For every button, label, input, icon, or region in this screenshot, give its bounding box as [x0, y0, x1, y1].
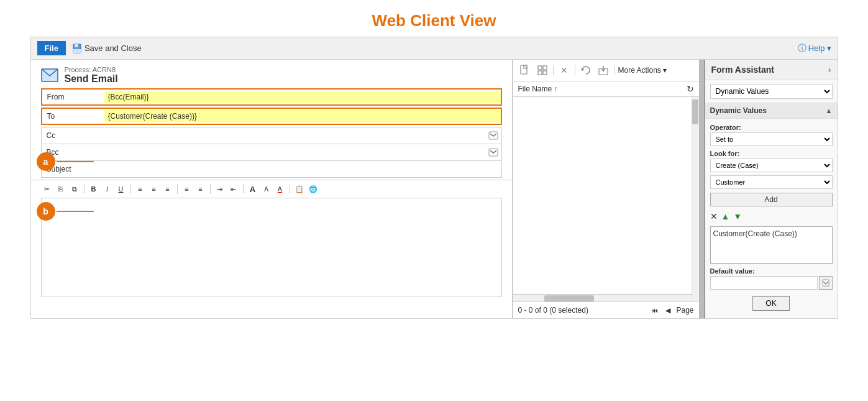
svg-rect-2: [73, 49, 81, 53]
form-assistant-title: Form Assistant: [711, 65, 774, 75]
toolbar-sep-4: [210, 184, 211, 194]
svg-rect-5: [489, 149, 498, 156]
svg-rect-10: [543, 66, 547, 70]
refresh-icon[interactable]: [579, 63, 593, 77]
bcc-input[interactable]: [104, 146, 487, 159]
font-size-button[interactable]: A: [247, 183, 259, 195]
copy-button[interactable]: ⎘: [55, 183, 67, 195]
more-actions-button[interactable]: More Actions ▾: [618, 66, 667, 75]
bcc-field-row: Bcc: [41, 144, 502, 161]
underline-button[interactable]: U: [115, 183, 127, 195]
first-page-button[interactable]: ⏮: [649, 305, 660, 316]
attachment-toolbar: ✕: [513, 60, 699, 81]
insert-link-button[interactable]: 🌐: [307, 183, 319, 195]
file-name-column: File Name ↑: [518, 85, 558, 93]
cut-button[interactable]: ✂: [41, 183, 53, 195]
fa-move-up-icon[interactable]: ▲: [721, 211, 730, 221]
fa-add-button[interactable]: Add: [710, 193, 833, 206]
from-label: From: [42, 90, 104, 104]
look-for-select-2[interactable]: Customer: [710, 175, 833, 189]
fa-main-dropdown-row: Dynamic Values: [705, 80, 838, 103]
default-value-group: Default value:: [710, 267, 833, 290]
grid-view-icon[interactable]: [536, 63, 549, 77]
operator-label: Operator:: [710, 124, 833, 131]
unordered-list-button[interactable]: ≡: [194, 183, 207, 195]
help-circle-icon: ⓘ: [798, 43, 806, 54]
toolbar-sep-6: [290, 184, 290, 194]
more-actions-dropdown-icon: ▾: [663, 66, 667, 75]
horizontal-scrollbar[interactable]: [513, 294, 692, 302]
form-assistant-expand-icon[interactable]: ›: [828, 65, 831, 75]
delete-attachment-icon[interactable]: ✕: [557, 63, 571, 77]
svg-rect-12: [543, 71, 547, 75]
fa-action-row: ✕ ▲ ▼: [710, 210, 833, 223]
paste-button[interactable]: ⧉: [68, 183, 81, 195]
fa-section-label: Dynamic Values: [710, 106, 767, 115]
process-name: Process: ACRN8: [65, 66, 118, 73]
prev-page-button[interactable]: ◀: [662, 305, 674, 316]
file-list-header: File Name ↑ ↻: [513, 81, 699, 97]
send-email-title: Send Email: [65, 73, 118, 85]
form-assistant-panel: Form Assistant › Dynamic Values Dynamic …: [704, 60, 838, 318]
toolbar-sep-5: [243, 184, 244, 194]
font-color-button[interactable]: A: [274, 183, 286, 195]
attach-file-icon[interactable]: [518, 63, 532, 77]
scrollbar-thumb: [544, 295, 594, 302]
refresh-list-icon[interactable]: ↻: [687, 84, 694, 94]
fa-body: Operator: Set to Look for: Create (Case)…: [705, 119, 838, 318]
fa-section-collapse-icon[interactable]: ▲: [826, 107, 833, 114]
font-size-small-button[interactable]: A: [260, 183, 273, 195]
att-separator-2: [575, 65, 575, 75]
fa-main-dropdown[interactable]: Dynamic Values: [710, 84, 833, 99]
italic-button[interactable]: I: [101, 183, 114, 195]
annotation-a: a: [37, 152, 55, 171]
page-title: Web Client View: [6, 0, 863, 37]
to-input[interactable]: [104, 110, 501, 122]
default-value-label: Default value:: [710, 267, 833, 275]
cc-label: Cc: [42, 129, 104, 142]
email-body-editor[interactable]: [41, 198, 502, 297]
save-close-button[interactable]: Save and Close: [72, 44, 142, 53]
look-for-select-1[interactable]: Create (Case): [710, 159, 833, 172]
more-actions-label: More Actions: [618, 66, 661, 75]
bold-button[interactable]: B: [88, 183, 100, 195]
help-button[interactable]: ⓘ Help ▾: [798, 43, 831, 54]
svg-rect-4: [489, 132, 498, 139]
default-value-input[interactable]: [710, 276, 818, 290]
svg-rect-9: [538, 66, 542, 70]
ordered-list-button[interactable]: ≡: [181, 183, 193, 195]
toolbar-sep-2: [130, 184, 131, 194]
cc-lookup-icon[interactable]: [487, 129, 500, 142]
align-right-button[interactable]: ≡: [162, 183, 174, 195]
align-center-button[interactable]: ≡: [148, 183, 160, 195]
process-header: Process: ACRN8 Send Email: [31, 60, 512, 88]
export-icon[interactable]: [596, 63, 610, 77]
align-left-button[interactable]: ≡: [134, 183, 147, 195]
vertical-scrollbar[interactable]: [692, 97, 699, 302]
subject-input[interactable]: [104, 163, 501, 175]
paste-text-button[interactable]: 📋: [293, 183, 306, 195]
pagination-info: 0 - 0 of 0 (0 selected): [518, 306, 588, 315]
attachment-footer: 0 - 0 of 0 (0 selected) ⏮ ◀ Page: [513, 302, 699, 318]
attachment-list: [513, 97, 699, 302]
cc-input[interactable]: [104, 129, 487, 142]
from-input[interactable]: [104, 91, 501, 103]
from-field-row: From: [41, 88, 502, 106]
top-toolbar: File Save and Close ⓘ Help ▾: [31, 37, 838, 60]
look-for-group: Look for: Create (Case) Customer: [710, 150, 833, 189]
outdent-button[interactable]: ⇤: [227, 183, 240, 195]
file-button[interactable]: File: [37, 41, 66, 55]
operator-select[interactable]: Set to: [710, 132, 833, 146]
operator-group: Operator: Set to: [710, 124, 833, 146]
fa-ok-button[interactable]: OK: [752, 296, 790, 311]
fa-delete-icon[interactable]: ✕: [710, 211, 718, 221]
svg-rect-8: [524, 65, 527, 68]
bcc-lookup-icon[interactable]: [487, 145, 500, 159]
fa-move-down-icon[interactable]: ▼: [733, 211, 742, 221]
page-label: Page: [676, 306, 693, 315]
file-list-area: [513, 97, 692, 302]
fa-default-lookup-icon[interactable]: [819, 276, 833, 290]
help-dropdown-icon: ▾: [827, 44, 831, 53]
svg-rect-14: [823, 280, 829, 286]
indent-button[interactable]: ⇥: [214, 183, 226, 195]
